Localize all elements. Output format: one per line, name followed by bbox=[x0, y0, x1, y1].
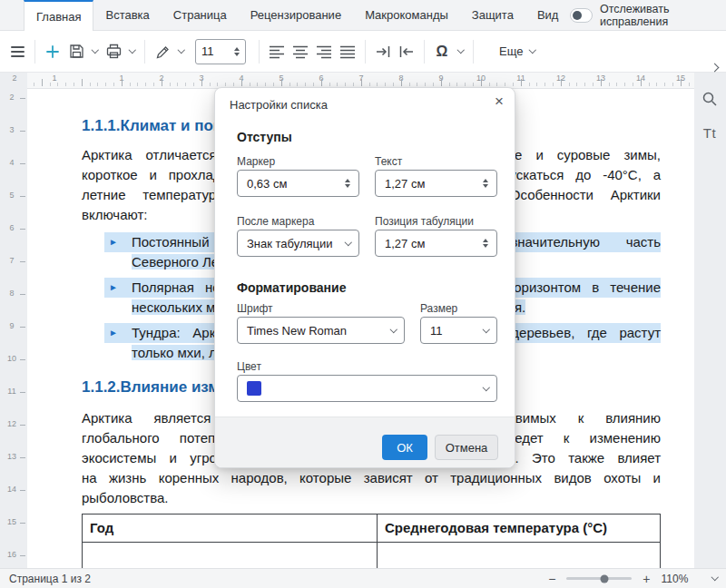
new-document-button[interactable] bbox=[41, 37, 64, 66]
menu-bar: Главная Вставка Страница Рецензирование … bbox=[0, 0, 726, 31]
main-menu-button[interactable] bbox=[5, 37, 29, 66]
ruler-number: 1 bbox=[52, 74, 56, 83]
table-cell bbox=[83, 543, 378, 569]
ruler-number: 1 bbox=[119, 74, 123, 83]
align-right-button[interactable] bbox=[312, 37, 336, 66]
track-changes-label: Отслеживать исправления bbox=[600, 3, 713, 28]
section-indents: Отступы bbox=[237, 130, 292, 144]
ruler-number: 10 bbox=[0, 354, 24, 363]
indent-increase-icon bbox=[375, 44, 391, 59]
save-button[interactable] bbox=[64, 37, 88, 66]
track-changes-group: Отслеживать исправления bbox=[570, 0, 726, 30]
text-indent-input[interactable]: 1,27 см bbox=[375, 170, 497, 197]
ruler-number: 11 bbox=[0, 387, 24, 396]
indent-decrease-button[interactable] bbox=[395, 37, 418, 66]
ruler-number: 2 bbox=[0, 93, 24, 102]
highlight-color-button[interactable] bbox=[151, 37, 174, 66]
tab-zashchita[interactable]: Защита bbox=[460, 0, 525, 30]
marker-indent-input[interactable]: 0,63 см bbox=[237, 170, 359, 197]
toolbar-separator bbox=[473, 40, 474, 64]
spinner-icon[interactable] bbox=[483, 179, 488, 188]
print-button[interactable] bbox=[102, 37, 125, 66]
cancel-button[interactable]: Отмена bbox=[435, 435, 498, 460]
tab-glavnaya[interactable]: Главная bbox=[24, 0, 93, 31]
spinner-icon[interactable] bbox=[483, 239, 488, 248]
chevron-down-icon bbox=[389, 326, 397, 333]
ok-button[interactable]: ОК bbox=[382, 435, 427, 460]
tab-vid[interactable]: Вид bbox=[525, 0, 571, 30]
ruler-number: 8 bbox=[398, 74, 403, 83]
size-dropdown[interactable]: 11 bbox=[420, 317, 497, 344]
toolbar-overflow-button[interactable] bbox=[711, 58, 718, 74]
zoom-presets-button[interactable] bbox=[712, 577, 718, 580]
ruler-number: 13 bbox=[596, 74, 605, 83]
side-panel: Tt bbox=[696, 91, 723, 141]
chevron-down-icon bbox=[92, 46, 99, 54]
chevron-down-icon bbox=[711, 573, 718, 581]
ruler-number: 4 bbox=[0, 158, 24, 167]
ruler-number: 5 bbox=[0, 191, 24, 200]
ruler-number: 15 bbox=[676, 74, 685, 83]
ruler-number: 9 bbox=[438, 74, 443, 83]
table-row bbox=[83, 543, 661, 569]
tab-makrokomandy[interactable]: Макрокоманды bbox=[353, 0, 460, 30]
search-button[interactable] bbox=[701, 91, 718, 111]
ruler-number: 6 bbox=[319, 74, 323, 83]
insert-symbol-button[interactable]: Ω bbox=[430, 37, 454, 66]
track-changes-toggle[interactable] bbox=[570, 8, 593, 23]
save-menu-button[interactable] bbox=[88, 37, 102, 66]
zoom-in-button[interactable]: + bbox=[641, 573, 652, 585]
spinner-icon[interactable] bbox=[345, 179, 350, 188]
table-header-row: Год Среднегодовая температура (°C) bbox=[83, 514, 661, 543]
paragraph-line: на жизнь коренных народов, которые завис… bbox=[82, 468, 661, 488]
ruler-number: 9 bbox=[0, 321, 24, 330]
tab-stranitsa[interactable]: Страница bbox=[162, 0, 239, 30]
after-marker-dropdown[interactable]: Знак табуляции bbox=[237, 230, 359, 257]
save-icon bbox=[68, 43, 85, 60]
hamburger-icon bbox=[11, 46, 25, 57]
marker-label: Маркер bbox=[237, 155, 275, 168]
tab-label: Вид bbox=[537, 8, 559, 22]
tab-retsenzirovanie[interactable]: Рецензирование bbox=[239, 0, 353, 30]
text-styles-button[interactable]: Tt bbox=[703, 125, 716, 141]
print-menu-button[interactable] bbox=[125, 37, 139, 66]
toolbar-separator bbox=[34, 40, 35, 64]
chevron-right-icon bbox=[711, 64, 720, 73]
text-indent-value: 1,27 см bbox=[385, 177, 425, 191]
size-value: 11 bbox=[430, 324, 443, 338]
indent-decrease-icon bbox=[398, 44, 415, 59]
tab-label: Рецензирование bbox=[250, 8, 341, 22]
zoom-slider[interactable] bbox=[566, 577, 632, 580]
app-window: Главная Вставка Страница Рецензирование … bbox=[0, 0, 726, 588]
toolbar-separator bbox=[259, 40, 260, 64]
font-size-select[interactable]: 11 bbox=[195, 39, 246, 64]
indent-increase-button[interactable] bbox=[371, 37, 395, 66]
tab-label: Вставка bbox=[105, 8, 149, 22]
chevron-down-icon bbox=[529, 46, 536, 54]
ruler-number: 11 bbox=[516, 74, 525, 83]
v-ruler: 2345678910111213141516 bbox=[0, 89, 27, 568]
color-dropdown[interactable] bbox=[237, 375, 497, 402]
dialog-close-button[interactable]: × bbox=[495, 93, 504, 109]
more-button[interactable]: Еще bbox=[499, 44, 535, 58]
ruler-number: 12 bbox=[0, 419, 24, 428]
zoom-out-button[interactable]: − bbox=[546, 573, 557, 585]
marker-pen-icon bbox=[154, 44, 171, 60]
list-settings-dialog: Настройки списка × Отступы Маркер Текст … bbox=[214, 87, 515, 468]
spinner-icon[interactable] bbox=[234, 47, 240, 56]
status-bar: Страница 1 из 2 − + 110% bbox=[0, 568, 726, 588]
align-justify-button[interactable] bbox=[336, 37, 359, 66]
align-justify-icon bbox=[339, 44, 356, 59]
highlight-color-menu-button[interactable] bbox=[174, 37, 188, 66]
insert-symbol-menu-button[interactable] bbox=[454, 37, 467, 66]
font-dropdown[interactable]: Times New Roman bbox=[237, 317, 405, 344]
tab-vstavka[interactable]: Вставка bbox=[93, 0, 161, 30]
zoom-slider-knob[interactable] bbox=[601, 574, 609, 583]
tab-position-input[interactable]: 1,27 см bbox=[375, 230, 497, 257]
ruler-number: 3 bbox=[199, 74, 203, 83]
toolbar-separator bbox=[365, 40, 366, 64]
align-center-button[interactable] bbox=[289, 37, 312, 66]
align-left-button[interactable] bbox=[265, 37, 289, 66]
tab-label: Защита bbox=[472, 8, 514, 22]
after-marker-label: После маркера bbox=[237, 215, 314, 228]
